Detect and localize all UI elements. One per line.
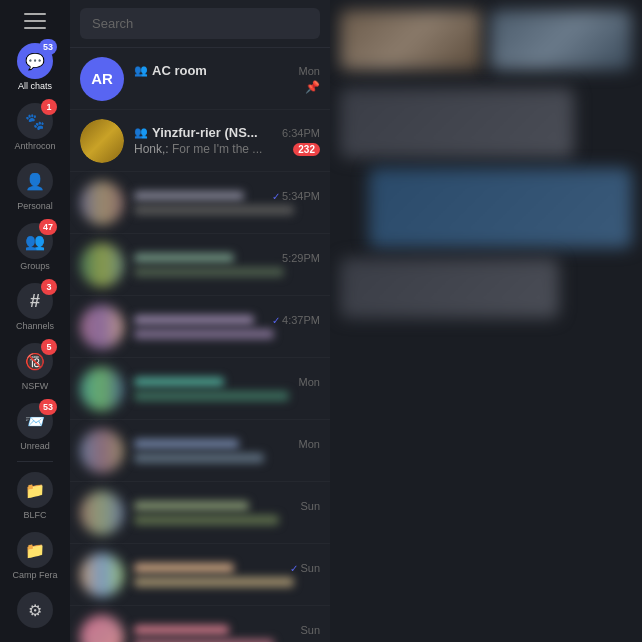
unread-badge: 53 [39, 399, 57, 415]
chat-item-ac-room[interactable]: AR 👥 AC room Mon 📌 [70, 48, 330, 110]
blur-preview-7 [134, 453, 264, 463]
chat-time-9: ✓ Sun [290, 562, 320, 574]
right-blur-block-2 [490, 10, 632, 70]
right-blur-msg-2 [369, 168, 632, 248]
blur-name-6 [134, 377, 224, 387]
chat-time-yinzfur: 6:34PM [282, 127, 320, 139]
sidebar-item-personal[interactable]: 👤 Personal [0, 157, 70, 217]
chat-item-8[interactable]: Sun [70, 482, 330, 544]
sidebar-item-label-groups: Groups [20, 261, 50, 271]
sidebar: 💬 53 All chats 🐾 1 Anthrocon 👤 Personal … [0, 0, 70, 642]
blur-name-5 [134, 315, 254, 325]
chat-time-8: Sun [300, 500, 320, 512]
chat-item-10[interactable]: Sun [70, 606, 330, 642]
blur-name-9 [134, 563, 234, 573]
sidebar-item-camp-fera[interactable]: 📁 Camp Fera [0, 526, 70, 586]
groups-badge: 47 [39, 219, 57, 235]
sidebar-item-unread[interactable]: 📨 53 Unread [0, 397, 70, 457]
blur-preview-5 [134, 329, 274, 339]
avatar-ac-room: AR [80, 57, 124, 101]
search-input[interactable] [80, 8, 320, 39]
chat-name-yinzfur: 👥 Yinzfur-rier (NS... [134, 125, 258, 140]
sidebar-item-channels[interactable]: # 3 Channels [0, 277, 70, 337]
nsfw-icon: 🔞 [25, 352, 45, 371]
chat-time-10: Sun [300, 624, 320, 636]
search-bar [70, 0, 330, 48]
check-icon-9: ✓ [290, 563, 298, 574]
blur-name-3 [134, 191, 244, 201]
right-blur-msg-1 [340, 88, 574, 158]
group-icon: 👥 [134, 64, 148, 77]
sidebar-item-label-anthrocon: Anthrocon [14, 141, 55, 151]
sidebar-item-groups[interactable]: 👥 47 Groups [0, 217, 70, 277]
chat-time-6: Mon [299, 376, 320, 388]
sidebar-item-label-all-chats: All chats [18, 81, 52, 91]
unread-icon: 📨 [25, 412, 45, 431]
chat-time-7: Mon [299, 438, 320, 450]
group-icon-2: 👥 [134, 126, 148, 139]
chat-item-5[interactable]: ✓ 4:37PM [70, 296, 330, 358]
check-icon-5: ✓ [272, 315, 280, 326]
sidebar-item-nsfw[interactable]: 🔞 5 NSFW [0, 337, 70, 397]
chat-item-6[interactable]: Mon [70, 358, 330, 420]
personal-icon: 👤 [25, 172, 45, 191]
avatar-7 [80, 429, 124, 473]
chat-time-ac-room: Mon [299, 65, 320, 77]
sidebar-item-label-camp-fera: Camp Fera [12, 570, 57, 580]
sidebar-item-anthrocon[interactable]: 🐾 1 Anthrocon [0, 97, 70, 157]
anthrocon-badge: 1 [41, 99, 57, 115]
blur-name-4 [134, 253, 234, 263]
blur-preview-8 [134, 515, 279, 525]
channels-icon: # [30, 291, 40, 312]
chat-list: AR 👥 AC room Mon 📌 [70, 48, 330, 642]
sidebar-divider [17, 461, 53, 462]
avatar-4 [80, 243, 124, 287]
avatar-5 [80, 305, 124, 349]
chat-item-3[interactable]: ✓ 5:34PM [70, 172, 330, 234]
chat-time-3: ✓ 5:34PM [272, 190, 320, 202]
chat-icon: 💬 [25, 52, 45, 71]
blur-preview-6 [134, 391, 289, 401]
blur-preview-9 [134, 577, 294, 587]
chat-item-7[interactable]: Mon [70, 420, 330, 482]
sidebar-item-label-blfc: BLFC [23, 510, 46, 520]
avatar-3 [80, 181, 124, 225]
avatar-6 [80, 367, 124, 411]
avatar-10 [80, 615, 124, 643]
check-icon-3: ✓ [272, 191, 280, 202]
right-blur-content [330, 0, 642, 642]
camp-fera-icon: 📁 [25, 541, 45, 560]
all-chats-badge: 53 [39, 39, 57, 55]
blur-preview-4 [134, 267, 284, 277]
sidebar-item-label-nsfw: NSFW [22, 381, 49, 391]
sidebar-item-settings[interactable]: ⚙ [0, 586, 70, 634]
chat-panel: AR 👥 AC room Mon 📌 [70, 0, 330, 642]
menu-button[interactable] [15, 8, 55, 33]
right-blur-msg-3 [340, 258, 559, 318]
sidebar-item-label-personal: Personal [17, 201, 53, 211]
channels-badge: 3 [41, 279, 57, 295]
chat-time-5: ✓ 4:37PM [272, 314, 320, 326]
blur-name-8 [134, 501, 249, 511]
sidebar-item-blfc[interactable]: 📁 BLFC [0, 466, 70, 526]
avatar-8 [80, 491, 124, 535]
chat-time-4: 5:29PM [282, 252, 320, 264]
avatar-9 [80, 553, 124, 597]
sidebar-item-all-chats[interactable]: 💬 53 All chats [0, 37, 70, 97]
blfc-icon: 📁 [25, 481, 45, 500]
right-panel [330, 0, 642, 642]
chat-item-4[interactable]: 5:29PM [70, 234, 330, 296]
chat-item-yinzfur[interactable]: 👥 Yinzfur-rier (NS... 6:34PM Honk,: For … [70, 110, 330, 172]
blur-name-10 [134, 625, 229, 635]
anthrocon-icon: 🐾 [25, 112, 45, 131]
chat-name-ac-room: 👥 AC room [134, 63, 207, 78]
groups-icon: 👥 [25, 232, 45, 251]
blur-name-7 [134, 439, 239, 449]
chat-item-9[interactable]: ✓ Sun [70, 544, 330, 606]
sidebar-item-label-unread: Unread [20, 441, 50, 451]
nsfw-badge: 5 [41, 339, 57, 355]
settings-icon: ⚙ [28, 601, 42, 620]
chat-preview-yinzfur: Honk,: For me I'm the ... [134, 142, 289, 156]
blur-preview-3 [134, 205, 294, 215]
avatar-yinzfur [80, 119, 124, 163]
